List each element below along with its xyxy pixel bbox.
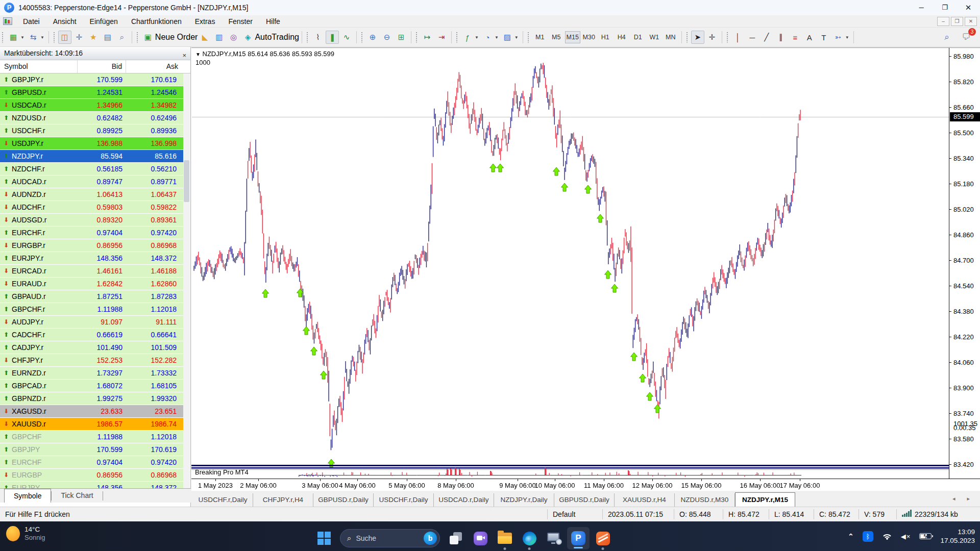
strategy-tester-icon[interactable]: ⌕: [115, 31, 129, 44]
scrollbar-thumb[interactable]: [184, 160, 189, 202]
data-window-icon[interactable]: ✛: [72, 31, 86, 44]
market-watch-row-cadchf.r[interactable]: ⬆CADCHF.r0.666190.66641: [0, 329, 184, 341]
market-watch-row-gbpcad.r[interactable]: ⬆GBPCAD.r1.680721.68105: [0, 380, 184, 392]
market-watch-tab-symbole[interactable]: Symbole: [4, 489, 51, 503]
menu-chartfunktionen[interactable]: Chartfunktionen: [125, 17, 188, 26]
market-watch-row-xagusd.r[interactable]: ⬇XAGUSD.r23.63323.651: [0, 405, 184, 418]
edge-button[interactable]: [521, 530, 538, 547]
market-watch-row-chfjpy.r[interactable]: ⬇CHFJPY.r152.253152.282: [0, 354, 184, 367]
terminal-icon[interactable]: ▤: [101, 31, 114, 44]
dropdown-caret-icon[interactable]: ▼: [495, 35, 499, 40]
mdi-minimize-button[interactable]: –: [937, 17, 949, 26]
dropdown-caret-icon[interactable]: ▼: [475, 35, 479, 40]
notifications-icon[interactable]: 🗩: [960, 31, 973, 44]
candlestick-chart-icon[interactable]: ❚: [326, 31, 339, 44]
target-icon[interactable]: ◎: [227, 31, 240, 44]
line-chart-icon[interactable]: ∿: [340, 31, 353, 44]
chart-tab-2[interactable]: GBPUSD.r,Daily: [313, 493, 374, 507]
timeframe-m5-button[interactable]: M5: [549, 31, 564, 43]
channel-icon[interactable]: ∥: [774, 31, 788, 44]
new-chart-icon[interactable]: ▦: [7, 31, 20, 44]
market-watch-scrollbar[interactable]: [183, 73, 190, 490]
price-chart-canvas[interactable]: [191, 48, 949, 479]
chart-tab-7[interactable]: XAUUSD.r,H4: [615, 493, 675, 507]
timeframe-m15-button[interactable]: M15: [565, 31, 580, 43]
market-watch-row-eurgbp.r[interactable]: ⬇EURGBP.r0.869560.86968: [0, 239, 184, 252]
chart-tab-3[interactable]: USDCHF.r,Daily: [374, 493, 434, 507]
cursor-icon[interactable]: ➤: [691, 31, 704, 44]
chart-tab-0[interactable]: USDCHF.r,Daily: [193, 493, 253, 507]
market-watch-row-euraud.r[interactable]: ⬇EURAUD.r1.628421.62860: [0, 278, 184, 290]
tray-expand-icon[interactable]: ⌃: [848, 532, 854, 540]
chart-tab-9[interactable]: NZDJPY.r,M15: [735, 492, 795, 507]
chat-button[interactable]: [472, 530, 489, 547]
templates-icon[interactable]: ▨: [501, 31, 514, 44]
market-watch-row-gbpchf[interactable]: ⬆GBPCHF1.119881.12018: [0, 431, 184, 443]
taskbar-weather-widget[interactable]: 14°C Sonnig: [6, 525, 45, 541]
horizontal-line-icon[interactable]: ─: [746, 31, 759, 44]
task-view-button[interactable]: [447, 530, 464, 547]
chart-tab-6[interactable]: GBPUSD.r,Daily: [554, 493, 615, 507]
minimize-button[interactable]: ─: [910, 0, 933, 15]
market-watch-row-gbpaud.r[interactable]: ⬆GBPAUD.r1.872511.87283: [0, 290, 184, 303]
timeframe-h4-button[interactable]: H4: [614, 31, 629, 43]
market-watch-row-gbpusd.r[interactable]: ⬆GBPUSD.r1.245311.24546: [0, 86, 184, 99]
menu-hilfe[interactable]: Hilfe: [259, 17, 287, 26]
timeframe-h1-button[interactable]: H1: [598, 31, 613, 43]
vertical-line-icon[interactable]: │: [731, 31, 745, 44]
market-watch-tab-tick-chart[interactable]: Tick Chart: [52, 489, 102, 503]
market-watch-row-audcad.r[interactable]: ⬆AUDCAD.r0.897470.89771: [0, 176, 184, 188]
search-symbols-icon[interactable]: ⌕: [940, 31, 953, 44]
auto-scroll-icon[interactable]: ↦: [421, 31, 434, 44]
dropdown-caret-icon[interactable]: ▼: [845, 35, 849, 40]
column-ask[interactable]: Ask: [126, 60, 182, 73]
autotrading-icon[interactable]: ◈: [241, 31, 254, 44]
market-watch-row-gbpjpy.r[interactable]: ⬆GBPJPY.r170.599170.619: [0, 73, 184, 86]
text-icon[interactable]: A: [803, 31, 816, 44]
chart-tab-5[interactable]: NZDJPY.r,Daily: [494, 493, 554, 507]
bar-chart-icon[interactable]: ⌇: [311, 31, 325, 44]
market-watch-row-usdchf.r[interactable]: ⬆USDCHF.r0.899250.89936: [0, 124, 184, 137]
market-watch-row-eurgbp[interactable]: ⬇EURGBP0.869560.86968: [0, 469, 184, 482]
timeframe-d1-button[interactable]: D1: [630, 31, 646, 43]
market-watch-row-audnzd.r[interactable]: ⬇AUDNZD.r1.064131.06437: [0, 188, 184, 201]
menu-fenster[interactable]: Fenster: [222, 17, 259, 26]
dropdown-caret-icon[interactable]: ▼: [40, 35, 44, 40]
taskbar-search[interactable]: ⌕ Suche b: [340, 529, 440, 547]
orange-app-button[interactable]: [594, 530, 611, 547]
column-symbol[interactable]: Symbol: [0, 60, 78, 73]
zoom-in-icon[interactable]: ⊕: [366, 31, 379, 44]
market-watch-row-nzdchf.r[interactable]: ⬆NZDCHF.r0.561850.56210: [0, 163, 184, 176]
arrows-icon[interactable]: ➳: [831, 31, 845, 44]
wifi-icon[interactable]: [882, 533, 892, 540]
timeframe-m1-button[interactable]: M1: [532, 31, 548, 43]
time-axis[interactable]: 1 May 20232 May 06:003 May 06:004 May 06…: [191, 479, 980, 491]
market-watch-row-audjpy.r[interactable]: ⬇AUDJPY.r91.09791.111: [0, 316, 184, 329]
news-icon[interactable]: ▥: [212, 31, 226, 44]
market-watch-row-audchf.r[interactable]: ⬇AUDCHF.r0.598030.59822: [0, 201, 184, 214]
close-button[interactable]: ✕: [957, 0, 980, 15]
price-axis[interactable]: 85.98085.82085.66085.50085.34085.18085.0…: [949, 48, 980, 479]
dropdown-caret-icon[interactable]: ▼: [20, 35, 24, 40]
tab-scroll-arrows[interactable]: ◂ ▸: [952, 495, 975, 502]
menu-datei[interactable]: Datei: [16, 17, 46, 26]
market-watch-row-xauusd.r[interactable]: ⬇XAUUSD.r1986.571986.74: [0, 418, 184, 431]
market-watch-row-audsgd.r[interactable]: ⬇AUDSGD.r0.893200.89361: [0, 214, 184, 227]
menu-einfügen[interactable]: Einfügen: [83, 17, 125, 26]
market-watch-row-eurchf[interactable]: ⬆EURCHF0.974040.97420: [0, 456, 184, 469]
timeframe-m30-button[interactable]: M30: [581, 31, 597, 43]
mt4-taskbar-button[interactable]: P: [567, 527, 590, 549]
profiles-icon[interactable]: ⇆: [27, 31, 40, 44]
market-watch-row-gbpnzd.r[interactable]: ⬆GBPNZD.r1.992751.99320: [0, 392, 184, 405]
chart-tab-4[interactable]: USDCAD.r,Daily: [434, 493, 494, 507]
toolbar-label[interactable]: AutoTrading: [255, 33, 299, 42]
column-bid[interactable]: Bid: [78, 60, 126, 73]
market-watch-row-gbpchf.r[interactable]: ⬆GBPCHF.r1.119881.12018: [0, 303, 184, 316]
mdi-restore-button[interactable]: ❐: [951, 17, 963, 26]
start-button[interactable]: [315, 530, 333, 547]
market-watch-row-usdcad.r[interactable]: ⬇USDCAD.r1.349661.34982: [0, 99, 184, 112]
chart-shift-icon[interactable]: ⇥: [435, 31, 448, 44]
toolbar-label[interactable]: Neue Order: [155, 33, 198, 42]
alerts-icon[interactable]: ◣: [198, 31, 211, 44]
fibonacci-icon[interactable]: ≡: [789, 31, 802, 44]
